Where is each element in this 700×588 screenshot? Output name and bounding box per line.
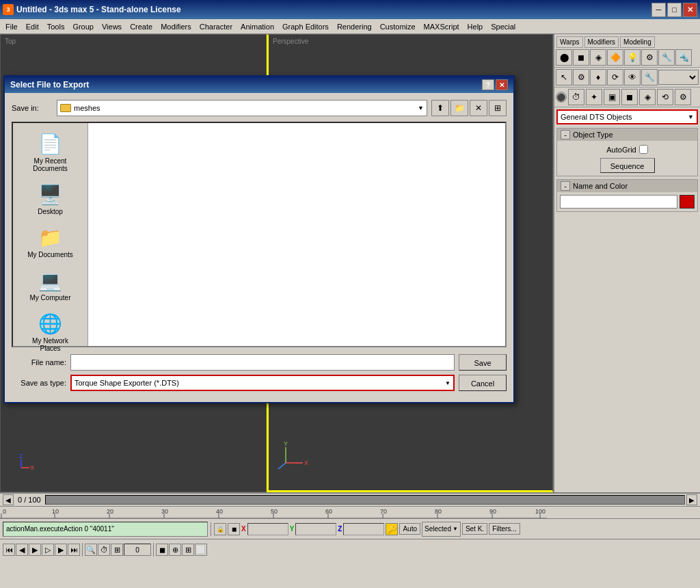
frame-input[interactable] (124, 544, 151, 556)
play-btn[interactable]: ▶ (29, 544, 41, 556)
utilities-btn[interactable]: 🔧 (641, 69, 658, 85)
maximize-button[interactable]: □ (667, 3, 682, 17)
tab-modifiers[interactable]: Modifiers (584, 36, 619, 48)
toolbar-icon-6[interactable]: ⟲ (657, 89, 673, 105)
tab-warps[interactable]: Warps (556, 36, 583, 48)
close-button[interactable]: ✕ (683, 3, 697, 17)
create-folder-button[interactable]: 📁 (450, 100, 468, 116)
viewport-maximize-btn[interactable]: ⬜ (195, 544, 207, 556)
menu-edit[interactable]: Edit (22, 21, 43, 32)
timeline-track[interactable] (45, 495, 685, 505)
tab-modeling[interactable]: Modeling (620, 36, 655, 48)
dialog-close-button[interactable]: ✕ (496, 79, 508, 90)
modify-btn[interactable]: ⚙ (573, 69, 589, 85)
toolbar-icon-4[interactable]: ◼ (621, 89, 638, 105)
menu-tools[interactable]: Tools (43, 21, 69, 32)
create-box-btn[interactable]: ◼ (573, 49, 589, 66)
create-mesh-btn[interactable]: ◈ (590, 49, 606, 66)
create-space-btn[interactable]: 🔩 (675, 49, 692, 66)
menu-rendering[interactable]: Rendering (333, 21, 376, 32)
menu-animation[interactable]: Animation (237, 21, 278, 32)
select-btn[interactable]: ↖ (556, 69, 572, 85)
color-swatch[interactable] (679, 195, 695, 209)
set-k-button[interactable]: Set K. (462, 523, 487, 535)
file-browser[interactable]: 📄 My Recent Documents 🖥️ Desktop 📁 My Do… (12, 122, 507, 347)
create-sphere-btn[interactable]: ⬤ (556, 49, 572, 66)
svg-text:40: 40 (216, 508, 223, 515)
viewport-controls-btn[interactable]: ⊕ (169, 544, 181, 556)
save-as-type-dropdown[interactable]: Torque Shape Exporter (*.DTS) ▼ (70, 375, 455, 391)
menu-modifiers[interactable]: Modifiers (157, 21, 196, 32)
menu-character[interactable]: Character (196, 21, 237, 32)
save-button[interactable]: Save (459, 354, 507, 371)
next-frame-btn[interactable]: ▶ (55, 544, 67, 556)
name-input[interactable] (560, 195, 677, 209)
display-btn[interactable]: 👁 (624, 69, 641, 85)
create-light-btn[interactable]: 💡 (624, 49, 641, 66)
general-dts-dropdown[interactable]: General DTS Objects ▼ (556, 109, 698, 124)
toolbar-icon-7[interactable]: ⚙ (675, 89, 691, 105)
x-coord-input[interactable] (247, 523, 288, 535)
selected-dropdown[interactable]: Selected ▼ (422, 522, 461, 537)
create-spline-btn[interactable]: 🔶 (607, 49, 623, 66)
create-camera-btn[interactable]: ⚙ (641, 49, 658, 66)
autogrid-checkbox[interactable] (639, 145, 648, 154)
snap-frames-btn[interactable]: ⊞ (111, 544, 123, 556)
toolbar-icon-2[interactable]: ✦ (586, 89, 602, 105)
my-documents-item[interactable]: 📁 My Documents (20, 222, 81, 261)
menu-graph-editors[interactable]: Graph Editors (278, 21, 333, 32)
desktop-item[interactable]: 🖥️ Desktop (20, 179, 81, 218)
create-helper-btn[interactable]: 🔧 (658, 49, 675, 66)
cancel-button[interactable]: Cancel (459, 375, 507, 391)
svg-text:50: 50 (271, 508, 278, 515)
object-type-collapse[interactable]: - (561, 130, 570, 139)
menu-maxscript[interactable]: MAXScript (420, 21, 463, 32)
delete-button[interactable]: ✕ (470, 100, 487, 116)
toolbar-icon-3[interactable]: ▣ (604, 89, 620, 105)
recent-documents-item[interactable]: 📄 My Recent Documents (20, 129, 81, 175)
lock-btn[interactable]: 🔒 (214, 523, 226, 535)
name-and-color-section: - Name and Color (556, 179, 698, 212)
hierarchy-btn[interactable]: ♦ (590, 69, 606, 85)
view-toggle-button[interactable]: ⊞ (489, 100, 507, 116)
jump-end-btn[interactable]: ⏭ (68, 544, 80, 556)
viewport-render-btn[interactable]: ◼ (156, 544, 168, 556)
menu-help[interactable]: Help (463, 21, 487, 32)
file-list[interactable] (88, 123, 505, 346)
jump-start-btn[interactable]: ⏮ (3, 544, 15, 556)
z-coord-input[interactable] (343, 523, 384, 535)
prev-frame-btn[interactable]: ◀ (16, 544, 28, 556)
menu-customize[interactable]: Customize (376, 21, 420, 32)
menu-create[interactable]: Create (126, 21, 157, 32)
file-name-input[interactable] (70, 354, 455, 371)
filters-button[interactable]: Filters... (489, 523, 520, 535)
play-selected-btn[interactable]: ▷ (42, 544, 54, 556)
timeline-prev[interactable]: ◀ (3, 494, 14, 505)
key-icon[interactable]: 🔑 (386, 523, 398, 535)
y-coord-input[interactable] (295, 523, 336, 535)
toolbar-icon-1[interactable]: ⏱ (568, 89, 584, 105)
status-bar: ◀ 0 / 100 ▶ 0 10 20 30 40 50 60 70 80 (0, 492, 700, 588)
time-config-btn[interactable]: ⏱ (98, 544, 110, 556)
minimize-button[interactable]: ─ (651, 3, 666, 17)
viewport-layout-btn[interactable]: ⊞ (182, 544, 194, 556)
menu-group[interactable]: Group (68, 21, 98, 32)
dialog-help-button[interactable]: ? (482, 79, 494, 90)
my-computer-item[interactable]: 💻 My Computer (20, 265, 81, 304)
sequence-button[interactable]: Sequence (600, 158, 655, 173)
zoom-time-btn[interactable]: 🔍 (85, 544, 97, 556)
absolute-btn[interactable]: ◼ (228, 523, 240, 535)
menu-views[interactable]: Views (98, 21, 126, 32)
go-up-button[interactable]: ⬆ (431, 100, 449, 116)
name-color-collapse[interactable]: - (561, 181, 570, 191)
timeline-next[interactable]: ▶ (686, 494, 697, 505)
my-network-item[interactable]: 🌐 My Network Places (20, 308, 81, 355)
toolbar-icon-5[interactable]: ◈ (639, 89, 656, 105)
save-in-select[interactable]: meshes ▼ (57, 100, 427, 116)
motion-btn[interactable]: ⟳ (607, 69, 623, 85)
panel-select[interactable] (658, 70, 699, 85)
auto-button[interactable]: Auto (399, 523, 420, 535)
menu-special[interactable]: Special (487, 21, 520, 32)
menu-file[interactable]: File (1, 21, 22, 32)
radio-sphere[interactable]: ⚫ (556, 92, 567, 103)
